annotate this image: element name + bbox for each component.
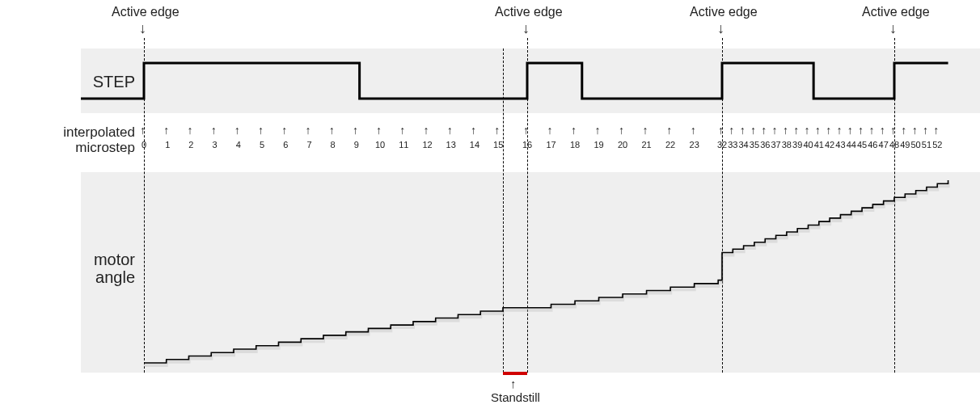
microstep-arrow-icon: ↑ <box>933 124 939 136</box>
standstill-bar <box>503 372 527 375</box>
microstep-arrow-icon: ↑ <box>281 124 287 136</box>
microstep-arrow-icon: ↑ <box>805 124 810 136</box>
microstep-arrow-icon: ↑ <box>815 124 821 136</box>
microstep-number: 3 <box>209 140 221 150</box>
active-edge-label: Active edge <box>495 5 563 19</box>
microstep-arrow-icon: ↑ <box>761 124 767 136</box>
microstep-arrow-icon: ↑ <box>571 124 577 136</box>
microstep-number: 23 <box>689 140 700 150</box>
microstep-number: 6 <box>280 140 291 150</box>
microstep-number: 2 <box>185 140 196 150</box>
microstep-number: 12 <box>422 140 433 150</box>
microstep-arrow-icon: ↑ <box>234 124 240 136</box>
microstep-number: 32 <box>716 140 728 150</box>
microstep-number: 46 <box>867 140 878 150</box>
down-arrow-icon: ↓ <box>522 21 530 36</box>
microstep-arrow-icon: ↑ <box>424 124 429 136</box>
microstep-number: 21 <box>641 140 653 150</box>
microstep-number: 13 <box>446 140 457 150</box>
microstep-number: 10 <box>374 140 386 150</box>
microstep-number: 34 <box>738 140 750 150</box>
microstep-number: 42 <box>824 140 835 150</box>
microstep-arrow-icon: ↑ <box>691 124 696 136</box>
microstep-arrow-icon: ↑ <box>399 124 405 136</box>
microstep-number: 50 <box>910 140 922 150</box>
microstep-arrow-icon: ↑ <box>376 124 382 136</box>
microstep-arrow-icon: ↑ <box>163 124 169 136</box>
microstep-arrow-icon: ↑ <box>718 124 724 136</box>
microstep-arrow-icon: ↑ <box>447 124 453 136</box>
microstep-number: 9 <box>351 140 362 150</box>
microstep-arrow-icon: ↑ <box>666 124 672 136</box>
microstep-number: 36 <box>759 140 771 150</box>
active-edge-label: Active edge <box>862 5 930 19</box>
microstep-arrow-icon: ↑ <box>772 124 778 136</box>
microstep-arrow-icon: ↑ <box>211 124 217 136</box>
microstep-number: 1 <box>162 140 173 150</box>
microstep-number: 0 <box>138 140 150 150</box>
microstep-number: 51 <box>921 140 932 150</box>
microstep-arrow-icon: ↑ <box>880 124 885 136</box>
microstep-arrow-icon: ↑ <box>547 124 553 136</box>
microstep-arrow-icon: ↑ <box>494 124 500 136</box>
microstep-number: 48 <box>889 140 900 150</box>
microstep-arrow-icon: ↑ <box>923 124 928 136</box>
microstep-arrow-icon: ↑ <box>305 124 310 136</box>
microstep-arrow-icon: ↑ <box>868 124 874 136</box>
standstill-label: Standstill <box>491 390 540 404</box>
microstep-number: 33 <box>727 140 738 150</box>
microstep-arrow-icon: ↑ <box>353 124 358 136</box>
microstep-number: 35 <box>749 140 760 150</box>
microstep-arrow-icon: ↑ <box>847 124 853 136</box>
microstep-number: 38 <box>781 140 792 150</box>
microstep-arrow-icon: ↑ <box>729 124 734 136</box>
microstep-arrow-icon: ↑ <box>643 124 648 136</box>
microstep-arrow-icon: ↑ <box>783 124 788 136</box>
microstep-arrow-icon: ↑ <box>793 124 799 136</box>
microstep-arrow-icon: ↑ <box>890 124 896 136</box>
microstep-number: 17 <box>546 140 557 150</box>
microstep-number: 37 <box>771 140 782 150</box>
microstep-number: 5 <box>256 140 268 150</box>
timing-diagram: STEP interpolatedmicrostep motorangle Ac… <box>0 0 980 413</box>
microstep-arrow-icon: ↑ <box>471 124 476 136</box>
microstep-number: 22 <box>665 140 676 150</box>
microstep-arrow-icon: ↑ <box>187 124 192 136</box>
microstep-number: 40 <box>803 140 814 150</box>
interpolated-label: interpolatedmicrostep <box>63 125 135 155</box>
down-arrow-icon: ↓ <box>717 21 724 36</box>
standstill-arrow-icon: ↑ <box>510 377 517 390</box>
microstep-number: 43 <box>834 140 846 150</box>
microstep-arrow-icon: ↑ <box>858 124 864 136</box>
motor-angle-plot <box>81 172 980 373</box>
down-arrow-icon: ↓ <box>139 21 146 36</box>
microstep-number: 41 <box>813 140 825 150</box>
microstep-number: 52 <box>931 140 943 150</box>
microstep-number: 44 <box>846 140 857 150</box>
microstep-number: 49 <box>899 140 910 150</box>
microstep-number: 14 <box>469 140 480 150</box>
microstep-arrow-icon: ↑ <box>258 124 264 136</box>
microstep-number: 7 <box>303 140 315 150</box>
microstep-arrow-icon: ↑ <box>901 124 906 136</box>
microstep-number: 4 <box>233 140 244 150</box>
active-edge-label: Active edge <box>690 5 758 19</box>
down-arrow-icon: ↓ <box>889 21 897 36</box>
microstep-arrow-icon: ↑ <box>523 124 529 136</box>
microstep-number: 16 <box>522 140 533 150</box>
microstep-arrow-icon: ↑ <box>750 124 756 136</box>
microstep-number: 19 <box>593 140 605 150</box>
microstep-number: 8 <box>327 140 339 150</box>
active-edge-label: Active edge <box>112 5 180 19</box>
microstep-arrow-icon: ↑ <box>836 124 842 136</box>
microstep-number: 11 <box>398 140 409 150</box>
microstep-number: 20 <box>617 140 628 150</box>
microstep-arrow-icon: ↑ <box>329 124 335 136</box>
microstep-arrow-icon: ↑ <box>740 124 746 136</box>
step-waveform <box>81 48 980 113</box>
microstep-number: 39 <box>792 140 803 150</box>
microstep-arrow-icon: ↑ <box>912 124 918 136</box>
microstep-arrow-icon: ↑ <box>140 124 146 136</box>
microstep-arrow-icon: ↑ <box>826 124 831 136</box>
microstep-number: 47 <box>878 140 889 150</box>
